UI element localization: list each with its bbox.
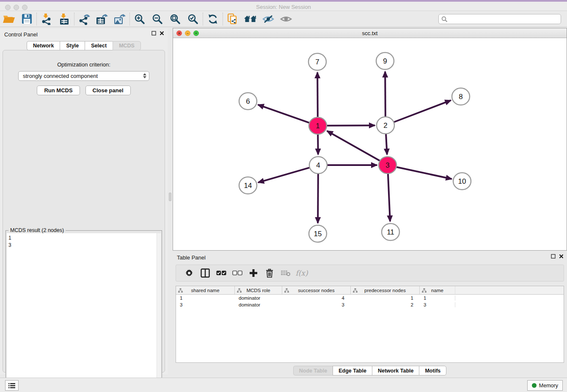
refresh-button[interactable] <box>204 12 222 26</box>
search-input[interactable] <box>438 14 561 24</box>
column-header-MCDS-role[interactable]: MCDS role <box>235 286 282 294</box>
graph-node-3[interactable]: 3 <box>379 157 396 174</box>
graph-edge-1-6[interactable] <box>258 105 310 123</box>
graph-node-15[interactable]: 15 <box>309 225 327 242</box>
new-network-from-selection-button[interactable] <box>224 12 242 26</box>
graph-node-9[interactable]: 9 <box>376 52 394 69</box>
home-button[interactable] <box>242 12 259 26</box>
tab-network-table[interactable]: Network Table <box>372 366 419 375</box>
float-panel-icon[interactable] <box>551 254 556 259</box>
float-panel-icon[interactable] <box>151 31 156 36</box>
close-panel-button[interactable]: Close panel <box>85 86 131 95</box>
network-graph[interactable]: 7968124314101511 <box>173 38 567 250</box>
graph-edge-1-2[interactable] <box>327 125 375 126</box>
graph-edge-2-3[interactable] <box>386 134 387 155</box>
table-settings-button[interactable] <box>181 266 197 280</box>
cell-predecessor-nodes[interactable]: 1 <box>351 295 420 301</box>
graph-node-14[interactable]: 14 <box>239 177 257 194</box>
zoom-fit-button[interactable] <box>166 12 184 26</box>
delete-table-button[interactable] <box>278 266 294 280</box>
copy-network-icon <box>227 13 238 25</box>
select-all-button[interactable] <box>213 266 229 280</box>
zoom-selected-button[interactable] <box>184 12 202 26</box>
graph-node-6[interactable]: 6 <box>239 93 257 110</box>
result-scrollbar[interactable] <box>157 233 161 388</box>
cell-predecessor-nodes[interactable]: 2 <box>351 302 420 307</box>
criterion-select[interactable]: strongly connected component <box>18 71 149 81</box>
open-button[interactable] <box>0 12 18 26</box>
graph-edge-1-7[interactable] <box>317 72 318 117</box>
column-layout-button[interactable] <box>197 266 213 280</box>
cell-MCDS-role[interactable]: dominator <box>235 302 282 307</box>
cell-shared-name[interactable]: 1 <box>176 295 235 301</box>
cell-shared-name[interactable]: 3 <box>176 302 235 307</box>
import-table-button[interactable] <box>55 12 73 26</box>
unchecked-boxes-icon <box>232 271 242 276</box>
graph-edge-3-1[interactable] <box>327 131 380 160</box>
vertical-splitter-handle[interactable] <box>169 193 171 201</box>
table-row[interactable]: 1dominator411 <box>176 295 564 301</box>
tab-motifs[interactable]: Motifs <box>419 366 446 375</box>
close-panel-icon[interactable] <box>160 31 164 36</box>
network-window-titlebar[interactable]: ✕ − + scc.txt <box>173 28 567 38</box>
memory-button[interactable]: Memory <box>527 380 563 391</box>
export-network-button[interactable] <box>75 12 93 26</box>
import-network-button[interactable] <box>38 12 55 26</box>
console-button[interactable] <box>5 380 19 391</box>
graph-node-1[interactable]: 1 <box>309 117 327 134</box>
run-mcds-button[interactable]: Run MCDS <box>37 86 80 95</box>
graph-edge-4-14[interactable] <box>258 168 310 182</box>
network-canvas[interactable]: 7968124314101511 <box>173 38 567 250</box>
cell-successor-nodes[interactable]: 3 <box>282 302 351 307</box>
graph-edge-3-11[interactable] <box>388 174 390 221</box>
add-column-button[interactable] <box>245 266 261 280</box>
cell-MCDS-role[interactable]: dominator <box>235 295 282 301</box>
table-panel-header: Table Panel <box>173 252 567 263</box>
graph-node-8[interactable]: 8 <box>452 88 470 105</box>
column-header-predecessor-nodes[interactable]: predecessor nodes <box>351 286 420 294</box>
graph-node-7[interactable]: 7 <box>308 53 326 70</box>
delete-column-button[interactable] <box>261 266 278 280</box>
deselect-all-button[interactable] <box>229 266 245 280</box>
graph-node-10[interactable]: 10 <box>453 173 471 190</box>
delete-table-icon <box>281 270 291 276</box>
cell-successor-nodes[interactable]: 4 <box>282 295 351 301</box>
zoom-out-button[interactable] <box>149 12 166 26</box>
mcds-result-text[interactable]: 1 3 <box>7 233 157 388</box>
network-window-title: scc.txt <box>173 30 567 36</box>
export-image-button[interactable] <box>111 12 129 26</box>
table-header-row: shared nameMCDS rolesuccessor nodesprede… <box>176 286 564 295</box>
tab-mcds[interactable]: MCDS <box>113 41 141 50</box>
memory-status-icon <box>532 383 537 388</box>
table-row[interactable]: 3dominator323 <box>176 301 564 308</box>
search-icon <box>441 16 448 22</box>
graph-edge-2-8[interactable] <box>394 100 451 122</box>
tab-select[interactable]: Select <box>85 41 113 50</box>
column-header-successor-nodes[interactable]: successor nodes <box>282 286 351 294</box>
zoom-in-button[interactable] <box>131 12 149 26</box>
graph-node-4[interactable]: 4 <box>309 157 327 174</box>
hide-selected-button[interactable] <box>259 12 277 26</box>
graph-edge-1-4[interactable] <box>318 135 318 155</box>
zoom-fit-icon <box>170 14 181 25</box>
graph-edge-3-10[interactable] <box>396 167 452 179</box>
cell-name[interactable]: 1 <box>420 295 455 301</box>
graph-node-2[interactable]: 2 <box>377 117 394 134</box>
column-header-name[interactable]: name <box>420 286 455 294</box>
tab-style[interactable]: Style <box>60 41 85 50</box>
tab-edge-table[interactable]: Edge Table <box>333 366 372 375</box>
save-button[interactable] <box>18 12 36 26</box>
export-table-button[interactable] <box>93 12 111 26</box>
export-table-icon <box>96 13 108 25</box>
graph-edge-4-15[interactable] <box>318 174 318 223</box>
function-builder-button[interactable]: f(x) <box>294 266 310 280</box>
graph-node-11[interactable]: 11 <box>382 224 399 240</box>
graph-edge-2-9[interactable] <box>385 72 385 116</box>
cell-name[interactable]: 3 <box>420 302 455 307</box>
tab-network[interactable]: Network <box>27 41 60 50</box>
close-panel-icon[interactable] <box>559 254 564 259</box>
column-header-shared-name[interactable]: shared name <box>176 286 235 294</box>
control-panel: Control Panel Network Style Select MCDS … <box>0 29 168 374</box>
show-all-button[interactable] <box>277 12 295 26</box>
tab-node-table[interactable]: Node Table <box>293 366 333 375</box>
